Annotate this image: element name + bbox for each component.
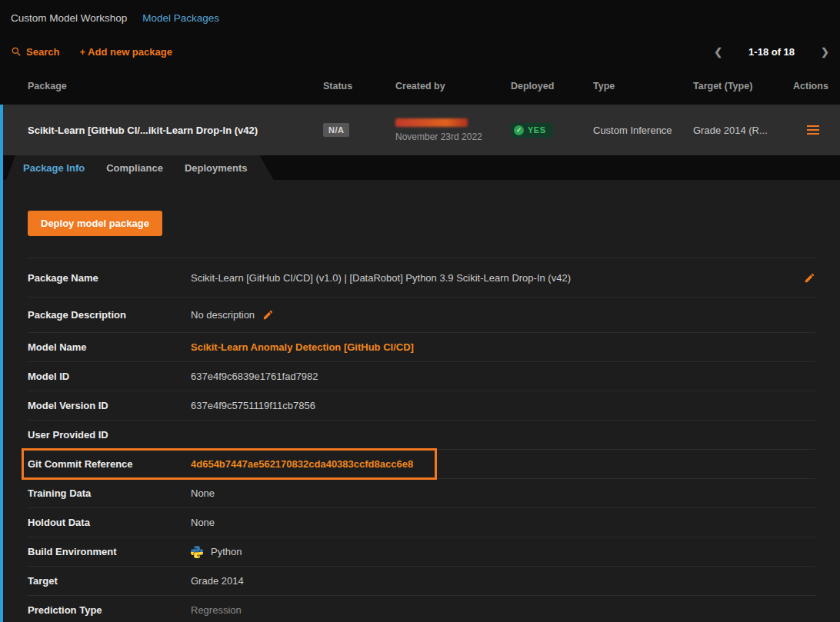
search-label: Search [26, 46, 59, 58]
field-row-package-name: Package Name Scikit-Learn [GitHub CI/CD]… [28, 258, 815, 298]
column-header-target-type: Target (Type) [693, 81, 793, 91]
check-icon: ✓ [514, 125, 524, 135]
field-label: Model Name [28, 341, 191, 353]
toolbar: Search + Add new package ❮ 1-18 of 18 ❯ [0, 35, 840, 68]
field-label: Build Environment [28, 546, 191, 557]
package-name-value: Scikit-Learn [GitHub CI/CD] (v1.0) | [Da… [191, 272, 571, 284]
add-new-package-button[interactable]: + Add new package [79, 46, 172, 58]
status-badge: N/A [323, 123, 349, 137]
page-next-icon[interactable]: ❯ [821, 46, 829, 58]
type-cell: Custom Inference [593, 125, 693, 136]
tab-strip: Package Info Compliance Deployments [6, 155, 274, 180]
selected-row-accent-stripe [0, 105, 3, 622]
field-row-holdout-data: Holdout Data None [28, 508, 815, 537]
field-row-model-version-id: Model Version ID 637e4f9c5751119f11cb785… [28, 391, 815, 421]
field-label: Package Name [28, 272, 191, 284]
deployed-badge: ✓ YES [511, 123, 553, 138]
prediction-type-value: Regression [191, 604, 815, 616]
model-name-link[interactable]: Scikit-Learn Anomaly Detection [GitHub C… [191, 341, 414, 353]
target-cell: Grade 2014 (R... [693, 125, 793, 136]
actions-cell [793, 129, 840, 131]
field-label: Model Version ID [28, 400, 191, 411]
field-label: Prediction Type [28, 604, 191, 616]
field-row-target: Target Grade 2014 [28, 567, 815, 596]
field-label: Model ID [28, 371, 191, 382]
search-button[interactable]: Search [11, 46, 59, 58]
column-header-created-by: Created by [395, 81, 511, 91]
tabs-area: Package Info Compliance Deployments [0, 155, 840, 180]
deploy-model-package-button[interactable]: Deploy model package [28, 211, 162, 236]
field-label: Package Description [28, 309, 191, 321]
field-row-prediction-type: Prediction Type Regression [28, 596, 815, 622]
training-data-value: None [191, 487, 815, 499]
package-fields: Package Name Scikit-Learn [GitHub CI/CD]… [0, 258, 840, 622]
table-header: Package Status Created by Deployed Type … [0, 68, 840, 105]
nav-link-model-packages[interactable]: Model Packages [142, 12, 219, 24]
column-header-actions: Actions [793, 81, 840, 91]
field-label: User Provided ID [28, 429, 191, 441]
page-title: Custom Model Workshop [11, 12, 127, 24]
holdout-data-value: None [191, 517, 815, 528]
column-header-package: Package [28, 81, 323, 91]
git-commit-reference-link[interactable]: 4d654b7447ae562170832cda40383ccfd8acc6e8 [191, 458, 413, 470]
pencil-icon [804, 272, 815, 284]
column-header-type: Type [593, 81, 693, 91]
field-label: Git Commit Reference [28, 458, 191, 470]
field-row-training-data: Training Data None [28, 479, 815, 508]
column-header-deployed: Deployed [511, 81, 593, 91]
target-value: Grade 2014 [191, 575, 815, 587]
tab-deployments[interactable]: Deployments [185, 162, 248, 174]
field-row-package-description: Package Description No description [28, 298, 815, 333]
package-info-panel: Deploy model package Package Name Scikit… [0, 180, 840, 622]
field-label: Target [28, 575, 191, 587]
page-prev-icon[interactable]: ❮ [714, 46, 722, 58]
field-row-git-commit-reference: Git Commit Reference 4d654b7447ae5621708… [28, 450, 815, 479]
deployed-label: YES [528, 125, 546, 135]
edit-package-name-button[interactable] [804, 272, 815, 284]
field-row-model-name: Model Name Scikit-Learn Anomaly Detectio… [28, 333, 815, 362]
created-by-cell: November 23rd 2022 [395, 118, 511, 142]
field-row-build-environment: Build Environment Python [28, 537, 815, 567]
field-label: Holdout Data [28, 517, 191, 528]
pagination: ❮ 1-18 of 18 ❯ [714, 46, 829, 58]
tab-compliance[interactable]: Compliance [106, 162, 163, 174]
build-environment-value: Python [211, 546, 242, 557]
field-row-user-provided-id: User Provided ID [28, 421, 815, 450]
column-header-status: Status [323, 81, 395, 91]
top-bar: Custom Model Workshop Model Packages [0, 0, 840, 35]
field-row-model-id: Model ID 637e4f9c6839e1761fad7982 [28, 362, 815, 391]
page-count: 1-18 of 18 [748, 46, 795, 58]
created-date: November 23rd 2022 [395, 131, 482, 142]
python-logo-icon [191, 546, 203, 558]
model-version-id-value: 637e4f9c5751119f11cb7856 [191, 400, 815, 411]
field-label: Training Data [28, 487, 191, 499]
model-id-value: 637e4f9c6839e1761fad7982 [191, 371, 815, 382]
status-cell: N/A [323, 123, 395, 137]
search-icon [11, 46, 22, 57]
table-row[interactable]: Scikit-Learn [GitHub CI/...ikit-Learn Dr… [0, 105, 840, 155]
package-name-cell: Scikit-Learn [GitHub CI/...ikit-Learn Dr… [28, 125, 323, 136]
hamburger-menu-icon[interactable] [807, 129, 819, 131]
created-by-redacted-block [395, 118, 468, 127]
package-description-value: No description [191, 309, 255, 321]
pencil-icon [262, 309, 274, 321]
tab-package-info[interactable]: Package Info [23, 162, 85, 174]
edit-package-description-button[interactable] [262, 309, 274, 321]
deployed-cell: ✓ YES [511, 123, 593, 138]
